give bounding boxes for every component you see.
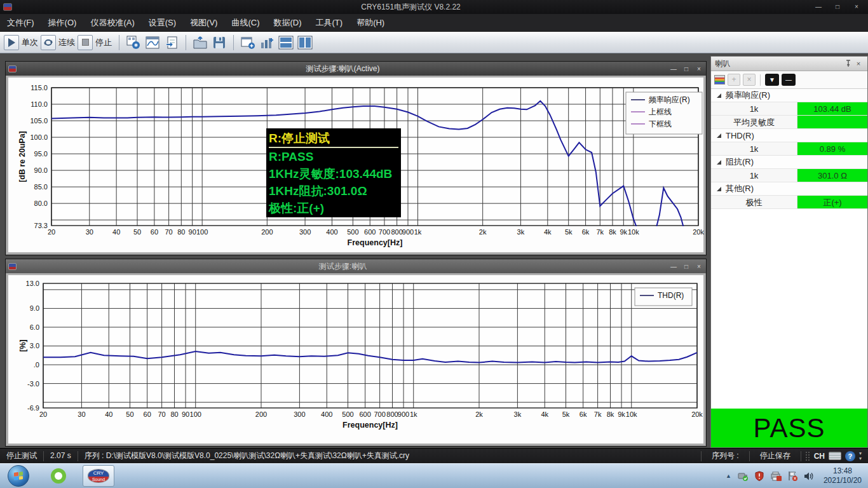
tile-horizontal-icon [278,35,294,50]
menu-item-1[interactable]: 操作(O) [41,14,84,32]
tile-horizontal-button[interactable] [278,34,294,51]
taskbar-browser-button[interactable] [46,466,71,486]
svg-text:30: 30 [86,228,93,236]
tree-row-3-0[interactable]: 极性正(+) [711,196,867,209]
menu-item-6[interactable]: 数据(D) [266,14,308,32]
curve-window-button[interactable] [144,34,161,51]
svg-text:6k: 6k [580,410,587,418]
expand-toggle-button[interactable]: — [782,74,796,86]
open-file-button[interactable] [192,34,208,51]
run-continuous-button[interactable]: 连续 [41,35,75,50]
tree-row-0-1[interactable]: 平均灵敏度 [711,116,867,129]
menu-item-5[interactable]: 曲线(C) [224,14,266,32]
start-button[interactable] [8,465,29,487]
svg-text:20k: 20k [693,228,704,236]
menu-item-7[interactable]: 工具(T) [309,14,350,32]
language-indicator[interactable]: CH [814,452,825,461]
stop-icon [82,39,89,46]
expander-icon[interactable] [717,187,721,191]
tree-row-1-0[interactable]: 1k0.89 % [711,142,867,156]
window1-titlebar[interactable]: 测试步骤:喇叭(Active) — □ × [6,62,706,76]
run-single-button[interactable]: 单次 [4,35,38,50]
printer-status-icon[interactable] [770,471,782,481]
svg-text:30: 30 [78,410,85,418]
window2-minimize-button[interactable]: — [669,263,678,270]
tree-group-label: THD(R) [726,131,754,140]
settings-grid-icon [126,35,141,50]
svg-text:100: 100 [196,228,208,236]
tree-row-0-0[interactable]: 1k103.44 dB [711,102,867,116]
add-result-button[interactable]: + [728,74,740,86]
taskbar-cry-app-button[interactable]: CRYSound [83,465,114,487]
window1-close-button[interactable]: × [695,65,703,72]
menu-item-3[interactable]: 设置(S) [142,14,183,32]
language-bar-options-icon[interactable]: ▾▾ [859,451,862,461]
menu-item-4[interactable]: 视图(V) [183,14,224,32]
stop-button[interactable]: 停止 [78,35,112,50]
menu-item-8[interactable]: 帮助(H) [349,14,391,32]
test-settings-button[interactable] [125,34,142,51]
close-button[interactable]: × [848,2,865,12]
tree-row-2-0[interactable]: 1k301.0 Ω [711,169,867,182]
menu-item-0[interactable]: 文件(F) [0,14,41,32]
pin-icon[interactable] [843,58,853,69]
tree-group-2[interactable]: 阻抗(R) [711,156,867,169]
app-titlebar: CRY6151电声测试仪 V8.2.22 — □ × [0,0,868,14]
thd-chart: 2030405060708090100200300400500600700800… [8,275,705,444]
pass-label: PASS [754,413,825,444]
tree-group-3[interactable]: 其他(R) [711,182,867,196]
result-value [797,116,867,128]
tree-group-0[interactable]: 频率响应(R) [711,89,867,102]
svg-text:600: 600 [359,410,370,418]
security-shield-icon[interactable] [754,471,764,481]
svg-text:70: 70 [158,410,165,418]
results-panel-toolbar: + × ▼ — [711,71,867,89]
save-button[interactable] [211,34,227,51]
new-window-button[interactable] [240,34,256,51]
expander-icon[interactable] [717,160,721,165]
volume-icon[interactable] [803,471,814,481]
folder-open-icon [193,35,208,50]
tree-group-1[interactable]: THD(R) [711,129,867,142]
report-export-button[interactable] [163,34,180,51]
minimize-button[interactable]: — [810,2,827,12]
svg-text:100.0: 100.0 [30,133,48,141]
maximize-button[interactable]: □ [829,2,846,12]
window1-content: 2030405060708090100200300400500600700800… [6,76,705,254]
tile-vertical-button[interactable] [297,34,313,51]
language-bar-grip[interactable] [805,451,810,461]
svg-text:20: 20 [48,228,55,236]
expander-icon[interactable] [717,93,721,98]
taskbar-clock[interactable]: 13:48 2021/10/20 [820,466,862,485]
action-center-flag-icon[interactable] [787,471,797,481]
tree-group-label: 阻抗(R) [726,156,754,168]
svg-text:3.0: 3.0 [30,342,39,349]
result-name: 1k [711,142,797,155]
overlay-line-1: R:PASS [269,148,398,165]
keyboard-icon[interactable] [829,452,841,460]
panel-close-icon[interactable]: × [853,58,864,69]
window2-maximize-button[interactable]: □ [682,263,691,270]
svg-text:6.0: 6.0 [30,323,39,331]
svg-text:下框线: 下框线 [649,119,672,128]
status-elapsed: 2.07 s [44,449,78,463]
window1-minimize-button[interactable]: — [669,65,678,72]
delete-result-button[interactable]: × [743,74,756,86]
status-sequence-path: 序列 : D:\测试模版V8.0\测试模版V8.0_0225\喇叭测试\32Ω喇… [78,449,416,463]
expander-icon[interactable] [717,133,721,138]
result-list-icon[interactable] [714,75,725,85]
window2-close-button[interactable]: × [695,263,703,270]
collapse-all-button[interactable]: ▼ [765,74,779,86]
language-help-icon[interactable]: ? [845,451,855,461]
cry-sound-icon: CRYSound [88,469,109,483]
svg-text:13.0: 13.0 [26,280,39,287]
svg-text:Frequency[Hz]: Frequency[Hz] [342,421,398,430]
tray-expand-icon[interactable]: ▲ [726,473,731,479]
svg-text:3k: 3k [514,410,522,418]
usb-device-icon[interactable] [737,471,749,481]
window2-titlebar[interactable]: 测试步骤:喇叭 — □ × [6,259,706,273]
menu-item-2[interactable]: 仪器校准(A) [83,14,141,32]
window1-maximize-button[interactable]: □ [682,65,691,72]
add-chart-button[interactable] [259,34,275,51]
clock-time: 13:48 [824,466,862,476]
